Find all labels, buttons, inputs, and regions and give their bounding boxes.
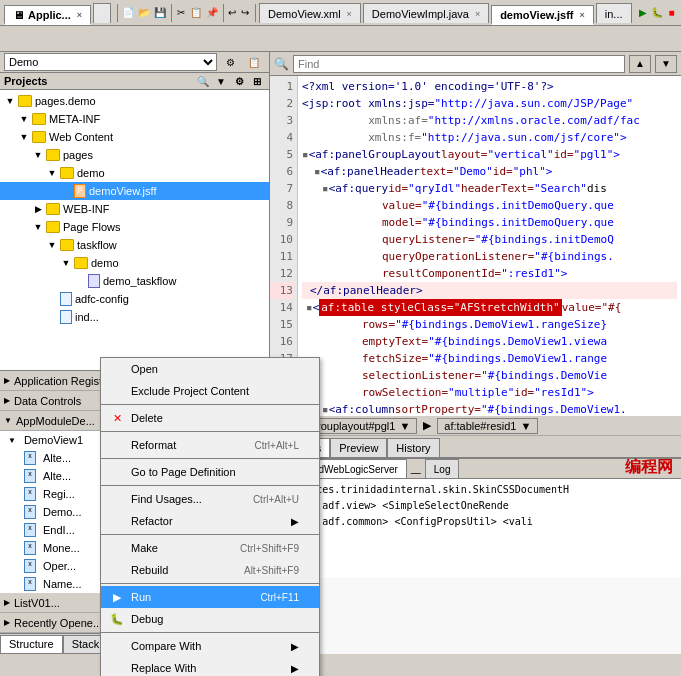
expand-icon: ▼ (4, 95, 16, 107)
expand-icon (46, 311, 58, 323)
menu-rebuild[interactable]: Rebuild Alt+Shift+F9 (101, 559, 319, 581)
demo-btn1[interactable]: ⚙ (219, 52, 241, 72)
file-icon (60, 292, 72, 306)
code-line: <?xml version='1.0' encoding='UTF-8'?> (302, 78, 677, 95)
context-menu: Open Exclude Project Content ✕ Delete Re… (100, 357, 320, 676)
struct-tab-structure[interactable]: Structure (0, 635, 63, 654)
menu-find-usages[interactable]: Find Usages... Ctrl+Alt+U (101, 488, 319, 510)
copy-btn[interactable]: 📋 (189, 3, 203, 23)
new-file-btn[interactable]: 📄 (121, 3, 135, 23)
stop-btn-toolbar[interactable]: ■ (666, 3, 677, 23)
menu-item-label: Refactor (131, 515, 173, 527)
paste-btn[interactable]: 📌 (205, 3, 219, 23)
tab-left-2[interactable] (93, 3, 111, 23)
code-editor[interactable]: <?xml version='1.0' encoding='UTF-8'?> <… (298, 76, 681, 416)
tree-item[interactable]: ind... (0, 308, 269, 326)
code-text: id= (388, 180, 408, 197)
tree-label: demo_taskflow (103, 275, 176, 287)
tab-close-xml[interactable]: × (347, 9, 352, 19)
tab-in[interactable]: in... (596, 3, 632, 23)
redo-btn[interactable]: ↪ (240, 3, 251, 23)
code-line: value="#{bindings.initDemoQuery.que (302, 197, 677, 214)
tab-log[interactable]: Log (425, 459, 460, 478)
tree-item[interactable]: ▼ demo (0, 164, 269, 182)
demoview-expand: ▼ (8, 436, 16, 445)
menu-compare-with[interactable]: Compare With ▶ (101, 635, 319, 657)
debug-btn-toolbar[interactable]: 🐛 (650, 3, 664, 23)
code-text: text= (420, 163, 453, 180)
code-text: selectionListener= (362, 367, 481, 384)
menu-open[interactable]: Open (101, 358, 319, 380)
code-text: "phl"> (513, 163, 553, 180)
menu-item-label: Delete (131, 412, 163, 424)
tree-item[interactable]: ▼ META-INF (0, 110, 269, 128)
code-text: queryOperationListener= (382, 248, 534, 265)
menu-replace-with[interactable]: Replace With ▶ (101, 657, 319, 676)
tree-item[interactable]: ▼ pages (0, 146, 269, 164)
code-text: < (313, 299, 320, 316)
tree-item-jsff[interactable]: js demoView.jsff (0, 182, 269, 200)
log-tabs: IntegratedWebLogicServer — Log 编程网 (270, 459, 681, 479)
tab-demoviewimpl[interactable]: DemoViewImpl.java × (363, 3, 489, 23)
tree-item[interactable]: adfc-config (0, 290, 269, 308)
project-tree: ▼ pages.demo ▼ META-INF ▼ Web Content ▼ … (0, 90, 269, 370)
filter-proj-btn[interactable]: ▼ (213, 73, 229, 89)
expand-icon: ▼ (32, 149, 44, 161)
menu-make[interactable]: Make Ctrl+Shift+F9 (101, 537, 319, 559)
breadcrumb-table[interactable]: af:table#resid1 ▼ (437, 418, 538, 434)
tab-close-impl[interactable]: × (475, 9, 480, 19)
breadcrumb-path2: af:table#resid1 (444, 420, 516, 432)
tree-item[interactable]: demo_taskflow (0, 272, 269, 290)
expand-icon: ▼ (46, 239, 58, 251)
item-label: Regi... (43, 488, 75, 500)
menu-refactor[interactable]: Refactor ▶ (101, 510, 319, 532)
find-input[interactable] (293, 55, 625, 73)
cut-btn[interactable]: ✂ (176, 3, 187, 23)
tab-close-icon[interactable]: × (77, 10, 82, 20)
menu-reformat[interactable]: Reformat Ctrl+Alt+L (101, 434, 319, 456)
toolbar-row1: 🖥 Applic... × 📄 📂 💾 ✂ 📋 📌 ↩ ↪ DemoView.x… (0, 0, 681, 26)
menu-item-label: Rebuild (131, 564, 168, 576)
tree-label: pages (63, 149, 93, 161)
tab-applic[interactable]: 🖥 Applic... × (4, 5, 91, 25)
demo-select[interactable]: Demo (4, 53, 217, 71)
save-btn[interactable]: 💾 (153, 3, 167, 23)
find-prev-btn[interactable]: ▲ (629, 55, 651, 73)
search-proj-btn[interactable]: 🔍 (195, 73, 211, 89)
tree-item[interactable]: ▼ pages.demo (0, 92, 269, 110)
code-text: ":resId1"> (501, 265, 567, 282)
menu-go-to-page-def[interactable]: Go to Page Definition (101, 461, 319, 483)
run-btn-toolbar[interactable]: ▶ (638, 3, 649, 23)
tab-preview[interactable]: Preview (330, 438, 387, 457)
line-num: 1 (270, 78, 293, 95)
tab-history[interactable]: History (387, 438, 439, 457)
code-text: <af:column (329, 401, 395, 416)
settings-proj-btn[interactable]: ⚙ (231, 73, 247, 89)
tree-item[interactable]: ▼ demo (0, 254, 269, 272)
tree-item[interactable]: ▼ Page Flows (0, 218, 269, 236)
code-line: <jsp:root xmlns:jsp="http://java.sun.com… (302, 95, 677, 112)
code-text: "#{bindings.DemoView1.rangeSize} (395, 316, 607, 333)
line-num: 3 (270, 112, 293, 129)
tree-item[interactable]: ▶ WEB-INF (0, 200, 269, 218)
tab-demoview-jsff[interactable]: demoView.jsff × (491, 5, 594, 25)
menu-item-label: Compare With (131, 640, 201, 652)
run-icon: ▶ (109, 591, 125, 604)
menu-debug[interactable]: 🐛 Debug (101, 608, 319, 630)
code-line: ▪<af:query id="qryIdl" headerText="Searc… (302, 180, 677, 197)
menu-exclude[interactable]: Exclude Project Content (101, 380, 319, 402)
tree-item[interactable]: ▼ Web Content (0, 128, 269, 146)
expand-icon: ▶ (32, 203, 44, 215)
tab-close-jsff[interactable]: × (580, 10, 585, 20)
demo-btn2[interactable]: 📋 (243, 52, 265, 72)
menu-run[interactable]: ▶ Run Ctrl+F11 (101, 586, 319, 608)
find-next-btn[interactable]: ▼ (655, 55, 677, 73)
projects-header: Projects 🔍 ▼ ⚙ ⊞ (0, 73, 269, 90)
undo-btn[interactable]: ↩ (227, 3, 238, 23)
tab-demoview-xml[interactable]: DemoView.xml × (259, 3, 361, 23)
expand-proj-btn[interactable]: ⊞ (249, 73, 265, 89)
open-btn[interactable]: 📂 (137, 3, 151, 23)
menu-delete[interactable]: ✕ Delete (101, 407, 319, 429)
tree-item[interactable]: ▼ taskflow (0, 236, 269, 254)
item-icon: x (24, 487, 36, 501)
